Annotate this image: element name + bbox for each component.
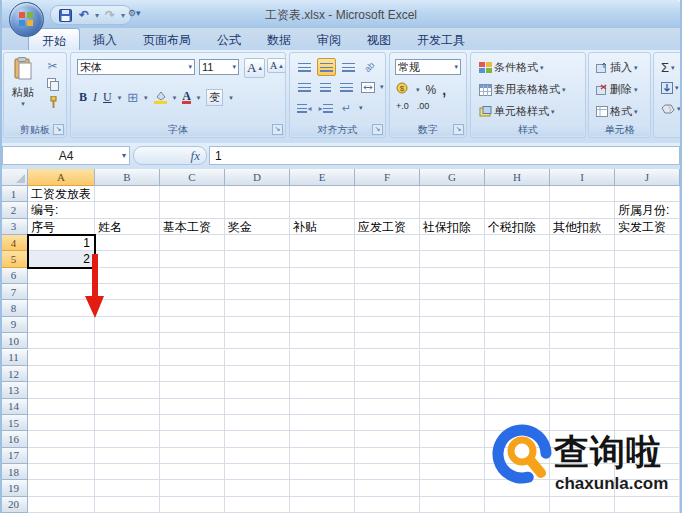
phonetic-dropdown-icon[interactable]: ▾ [229,94,233,102]
cell-G4[interactable] [420,235,485,251]
tab-view[interactable]: 视图 [354,28,404,50]
cell-F10[interactable] [355,333,420,349]
cell-I7[interactable] [550,284,615,300]
grow-font-button[interactable]: A▴ [244,58,265,78]
cell-F19[interactable] [355,480,420,496]
cell-C19[interactable] [160,480,225,496]
cell-D11[interactable] [225,350,290,366]
cell-C7[interactable] [160,284,225,300]
undo-dropdown-icon[interactable]: ▾ [95,11,99,20]
cell-C8[interactable] [160,300,225,316]
decrease-decimal-icon[interactable]: .00 [417,101,430,111]
cell-G10[interactable] [420,333,485,349]
column-header-A[interactable]: A [28,169,95,186]
cell-A13[interactable] [28,382,95,398]
cell-H12[interactable] [485,366,550,382]
cell-G12[interactable] [420,366,485,382]
cell-G11[interactable] [420,350,485,366]
customize-qat-icon[interactable]: ⚙▾ [128,8,141,18]
tab-developer[interactable]: 开发工具 [404,28,478,50]
font-size-select[interactable]: 11 ▾ [199,59,239,75]
row-header-18[interactable]: 18 [0,464,28,480]
cell-D10[interactable] [225,333,290,349]
cell-J12[interactable] [615,366,680,382]
cell-B2[interactable] [95,202,160,218]
cell-D17[interactable] [225,448,290,464]
cell-C1[interactable] [160,186,225,202]
cell-A12[interactable] [28,366,95,382]
cell-F8[interactable] [355,300,420,316]
wrap-dropdown-icon[interactable]: ▾ [359,104,363,112]
name-box-dropdown-icon[interactable]: ▾ [122,151,126,160]
cell-H14[interactable] [485,399,550,415]
cell-J1[interactable] [615,186,680,202]
cell-I10[interactable] [550,333,615,349]
cell-F5[interactable] [355,251,420,267]
cell-J8[interactable] [615,300,680,316]
cell-D16[interactable] [225,431,290,447]
cell-H1[interactable] [485,186,550,202]
cell-E7[interactable] [290,284,355,300]
paste-dropdown-icon[interactable]: ▾ [8,100,38,108]
cell-H6[interactable] [485,268,550,284]
align-right-icon[interactable] [338,79,355,95]
cell-B15[interactable] [95,415,160,431]
row-header-19[interactable]: 19 [0,480,28,496]
column-header-B[interactable]: B [95,169,160,186]
row-header-10[interactable]: 10 [0,333,28,349]
cell-G5[interactable] [420,251,485,267]
office-button[interactable] [9,2,44,37]
save-icon[interactable] [57,7,73,23]
cell-C15[interactable] [160,415,225,431]
cell-F12[interactable] [355,366,420,382]
cell-D2[interactable] [225,202,290,218]
cell-E11[interactable] [290,350,355,366]
cell-D12[interactable] [225,366,290,382]
number-dialog-launcher[interactable]: ↘ [453,124,464,135]
cell-J10[interactable] [615,333,680,349]
cell-C9[interactable] [160,317,225,333]
currency-dropdown-icon[interactable]: ▾ [416,86,420,94]
cell-J5[interactable] [615,251,680,267]
cell-I2[interactable] [550,202,615,218]
row-header-7[interactable]: 7 [0,284,28,300]
italic-button[interactable]: I [93,90,97,105]
cell-C5[interactable] [160,251,225,267]
cell-E1[interactable] [290,186,355,202]
font-color-dropdown-icon[interactable]: ▾ [197,94,201,102]
column-header-J[interactable]: J [615,169,680,186]
cell-E16[interactable] [290,431,355,447]
cell-G14[interactable] [420,399,485,415]
cell-G13[interactable] [420,382,485,398]
row-header-2[interactable]: 2 [0,202,28,218]
row-header-20[interactable]: 20 [0,497,28,513]
cell-G8[interactable] [420,300,485,316]
percent-style-icon[interactable]: % [426,83,437,97]
cell-G6[interactable] [420,268,485,284]
cell-E18[interactable] [290,464,355,480]
cell-C17[interactable] [160,448,225,464]
cell-F2[interactable] [355,202,420,218]
cell-C4[interactable] [160,235,225,251]
font-dialog-launcher[interactable]: ↘ [272,124,283,135]
cell-C16[interactable] [160,431,225,447]
cell-J13[interactable] [615,382,680,398]
cell-I11[interactable] [550,350,615,366]
cell-G16[interactable] [420,431,485,447]
conditional-formatting-button[interactable]: 条件格式▾ [476,58,547,77]
cell-B18[interactable] [95,464,160,480]
cell-C13[interactable] [160,382,225,398]
cell-F9[interactable] [355,317,420,333]
cell-C14[interactable] [160,399,225,415]
cell-H10[interactable] [485,333,550,349]
cell-E5[interactable] [290,251,355,267]
cell-J9[interactable] [615,317,680,333]
cell-B19[interactable] [95,480,160,496]
cell-F20[interactable] [355,497,420,513]
cell-I13[interactable] [550,382,615,398]
cell-D15[interactable] [225,415,290,431]
insert-function-icon[interactable]: fx [191,148,200,164]
delete-cells-button[interactable]: 删除▾ [593,80,641,99]
tab-formulas[interactable]: 公式 [204,28,254,50]
row-header-13[interactable]: 13 [0,382,28,398]
